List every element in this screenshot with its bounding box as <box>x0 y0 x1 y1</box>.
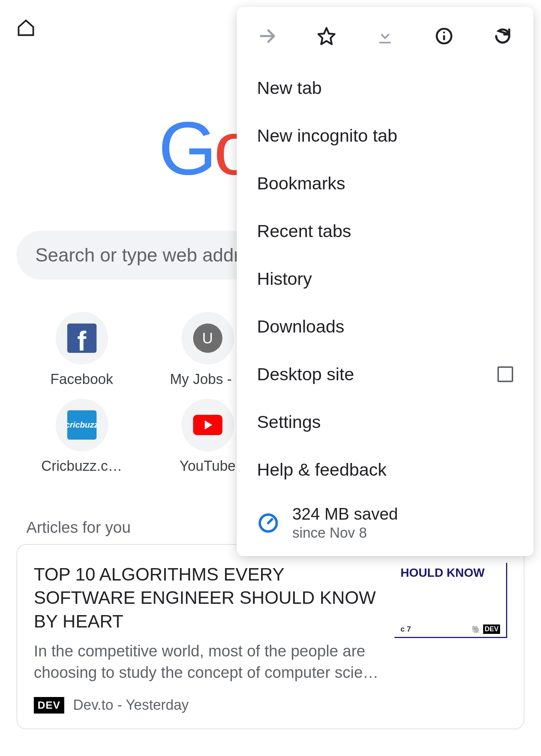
home-button[interactable] <box>9 11 43 45</box>
shortcut-cricbuzz[interactable]: cricbuzz Cricbuzz.c… <box>26 399 137 474</box>
data-saved-since: since Nov 8 <box>292 525 398 541</box>
info-button[interactable] <box>434 26 455 47</box>
menu-label: Downloads <box>257 316 345 337</box>
menu-label: New incognito tab <box>257 125 397 146</box>
facebook-icon: f <box>67 324 97 353</box>
articles-heading: Articles for you <box>26 519 131 537</box>
menu-bookmarks[interactable]: Bookmarks <box>237 159 533 207</box>
svg-marker-1 <box>318 28 334 44</box>
article-title: TOP 10 ALGORITHMS EVERY SOFTWARE ENGINEE… <box>34 563 379 633</box>
article-source: Dev.to - Yesterday <box>73 697 189 713</box>
menu-label: New tab <box>257 77 322 98</box>
home-icon <box>16 18 36 38</box>
overflow-menu: New tab New incognito tab Bookmarks Rece… <box>237 7 533 556</box>
menu-downloads[interactable]: Downloads <box>237 302 533 350</box>
thumb-small: c 7 <box>400 625 411 634</box>
svg-point-4 <box>443 32 445 33</box>
menu-recent-tabs[interactable]: Recent tabs <box>237 207 533 255</box>
menu-new-tab[interactable]: New tab <box>237 64 533 112</box>
svg-line-6 <box>268 519 272 523</box>
download-button[interactable] <box>375 26 396 47</box>
forward-button[interactable] <box>257 26 278 47</box>
shortcut-label: Facebook <box>50 371 113 387</box>
info-icon <box>434 26 454 46</box>
download-icon <box>375 26 395 46</box>
letter-icon: U <box>193 324 222 353</box>
youtube-icon <box>193 415 222 435</box>
gauge-icon <box>257 512 280 534</box>
dev-mini-badge: DEV <box>483 624 500 634</box>
menu-label: Help & feedback <box>257 459 387 480</box>
shortcut-label: Cricbuzz.c… <box>41 458 122 474</box>
shortcut-label: My Jobs - B <box>170 371 245 387</box>
menu-label: Settings <box>257 411 321 432</box>
menu-label: Recent tabs <box>257 221 351 241</box>
shortcut-label: YouTube <box>180 458 236 474</box>
menu-help[interactable]: Help & feedback <box>237 446 533 493</box>
menu-icon-row <box>237 7 533 64</box>
bookmark-button[interactable] <box>316 26 337 47</box>
menu-label: History <box>257 268 312 289</box>
menu-settings[interactable]: Settings <box>237 398 533 446</box>
search-placeholder: Search or type web address <box>35 244 269 266</box>
reload-icon <box>493 26 512 46</box>
menu-incognito[interactable]: New incognito tab <box>237 112 533 159</box>
menu-label: Bookmarks <box>257 173 345 194</box>
cricbuzz-icon: cricbuzz <box>67 410 97 440</box>
desktop-site-checkbox[interactable] <box>497 366 513 382</box>
reload-button[interactable] <box>492 26 513 47</box>
thumb-text: HOULD KNOW <box>400 566 485 580</box>
menu-label: Desktop site <box>257 364 354 384</box>
article-thumbnail: HOULD KNOW c 7 🐘 DEV <box>394 563 507 638</box>
article-card[interactable]: TOP 10 ALGORITHMS EVERY SOFTWARE ENGINEE… <box>17 544 524 729</box>
data-saved-row[interactable]: 324 MB saved since Nov 8 <box>237 493 533 541</box>
arrow-forward-icon <box>258 26 277 46</box>
shortcut-facebook[interactable]: f Facebook <box>26 312 137 387</box>
article-snippet: In the competitive world, most of the pe… <box>34 641 379 683</box>
menu-history[interactable]: History <box>237 255 533 302</box>
star-icon <box>317 26 336 46</box>
elephant-icon: 🐘 <box>471 625 481 634</box>
data-saved-amount: 324 MB saved <box>292 505 398 523</box>
menu-desktop-site[interactable]: Desktop site <box>237 350 533 398</box>
source-badge: DEV <box>34 697 64 714</box>
